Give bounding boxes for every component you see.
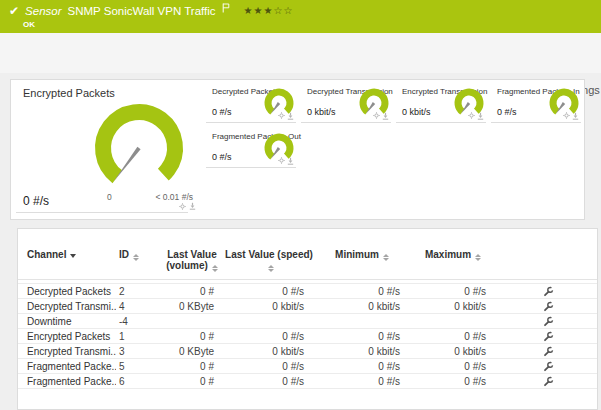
sort-both-icon (268, 265, 274, 272)
wrench-icon[interactable] (543, 286, 554, 297)
gauge-actions (373, 112, 389, 120)
table-row[interactable]: Downtime -4 (18, 314, 597, 329)
gauge-actions (563, 112, 579, 120)
gear-icon[interactable] (278, 157, 285, 164)
gauge-actions (278, 157, 294, 165)
table-row[interactable]: Encrypted Transmi... 3 0 KByte 0 kbit/s … (18, 344, 597, 359)
column-header-last-value-volume[interactable]: Last Value (volume) (160, 247, 224, 272)
priority-stars-empty: ☆☆ (273, 5, 293, 16)
main-gauge-value: 0 #/s (23, 194, 49, 208)
wrench-icon[interactable] (543, 331, 554, 342)
download-icon[interactable] (189, 202, 196, 210)
download-icon[interactable] (572, 112, 579, 120)
table-row[interactable]: Fragmented Packe... 6 0 # 0 #/s 0 #/s 0 … (18, 374, 597, 389)
prtg-sensor-page: ✔ Sensor SNMP SonicWall VPN Traffic ★★★☆… (0, 0, 601, 410)
gauge-value: 0 #/s (497, 107, 517, 117)
column-header-id[interactable]: ID (116, 247, 160, 272)
table-row[interactable]: Encrypted Packets 1 0 # 0 #/s 0 #/s 0 #/… (18, 329, 597, 344)
channel-table-panel: Channel ID Last Value (volume) Last Valu… (17, 228, 598, 410)
priority-stars-filled: ★★★ (244, 5, 274, 16)
sort-both-icon (475, 254, 481, 261)
gauge-value: 0 kbit/s (307, 107, 336, 117)
column-header-minimum[interactable]: Minimum (314, 247, 410, 272)
minimum-value: 0 #/s (314, 374, 410, 391)
download-icon[interactable] (382, 112, 389, 120)
sensor-header-line: ✔ Sensor SNMP SonicWall VPN Traffic ★★★☆… (9, 5, 293, 17)
gear-icon[interactable] (563, 112, 570, 119)
download-icon[interactable] (287, 157, 294, 165)
gauge-value: 0 kbit/s (402, 107, 431, 117)
gear-icon[interactable] (179, 203, 186, 210)
channel-id: 6 (116, 374, 160, 391)
sort-both-icon (212, 265, 218, 272)
wrench-icon[interactable] (543, 361, 554, 372)
gauge-cell-decrypted-transmission: Decrypted Transmission 0 kbit/s (301, 85, 391, 123)
tab-bar: Overview Live Data 2 days 30 days 365 da… (0, 33, 601, 73)
channel-name: Fragmented Packe... (18, 374, 116, 391)
table-row[interactable]: Decrypted Transmi... 4 0 KByte 0 kbit/s … (18, 299, 597, 314)
table-row[interactable]: Fragmented Packe... 5 0 # 0 #/s 0 #/s 0 … (18, 359, 597, 374)
wrench-icon[interactable] (543, 376, 554, 387)
last-value-speed: 0 #/s (224, 374, 314, 391)
column-header-maximum[interactable]: Maximum (410, 247, 496, 272)
column-header-channel[interactable]: Channel (18, 247, 116, 272)
gear-icon[interactable] (373, 112, 380, 119)
wrench-icon[interactable] (543, 301, 554, 312)
gauge-cell-encrypted-transmission: Encrypted Transmission 0 kbit/s (396, 85, 486, 123)
status-ok-check-icon: ✔ (9, 5, 19, 17)
object-kind-label: Sensor (25, 5, 61, 17)
sort-both-icon (133, 254, 139, 261)
main-gauge-scale-min: 0 (107, 192, 112, 202)
divider (16, 212, 188, 213)
maximum-value: 0 #/s (410, 374, 496, 391)
gauge-cell-fragmented-packets-in: Fragmented Packets In 0 #/s (491, 85, 581, 123)
download-icon[interactable] (287, 112, 294, 120)
page-title: SNMP SonicWall VPN Traffic (68, 5, 216, 17)
gauge-value: 0 #/s (212, 152, 232, 162)
flag-icon[interactable] (222, 0, 230, 17)
main-gauge (89, 98, 189, 198)
wrench-icon[interactable] (543, 346, 554, 357)
gauge-value: 0 #/s (212, 107, 232, 117)
sort-both-icon (383, 254, 389, 261)
gear-icon[interactable] (468, 112, 475, 119)
column-header-last-value-speed[interactable]: Last Value (speed) (224, 247, 314, 272)
gauges-panel: Encrypted Packets 0 #/s 0 < 0.01 #/s Dec… (10, 79, 585, 220)
divider (18, 279, 597, 280)
main-gauge-actions (179, 202, 196, 210)
table-row[interactable]: Decrypted Packets 2 0 # 0 #/s 0 #/s 0 #/… (18, 284, 597, 299)
main-gauge-scale-max: < 0.01 #/s (135, 192, 193, 202)
gauge-cell-decrypted-packets: Decrypted Packets 0 #/s (206, 85, 296, 123)
status-badge: OK (23, 20, 35, 29)
sort-desc-icon (70, 254, 76, 258)
gauge-actions (278, 112, 294, 120)
gear-icon[interactable] (278, 112, 285, 119)
gauge-actions (468, 112, 484, 120)
sensor-header-bar: ✔ Sensor SNMP SonicWall VPN Traffic ★★★☆… (0, 0, 601, 33)
last-value-volume: 0 # (160, 374, 224, 391)
wrench-icon[interactable] (543, 316, 554, 327)
gauge-cell-fragmented-packets-out: Fragmented Packets Out 0 #/s (206, 130, 296, 168)
table-rows: Decrypted Packets 2 0 # 0 #/s 0 #/s 0 #/… (18, 283, 597, 389)
download-icon[interactable] (477, 112, 484, 120)
priority-stars[interactable]: ★★★☆☆ (244, 5, 294, 16)
table-header-row: Channel ID Last Value (volume) Last Valu… (18, 247, 597, 272)
